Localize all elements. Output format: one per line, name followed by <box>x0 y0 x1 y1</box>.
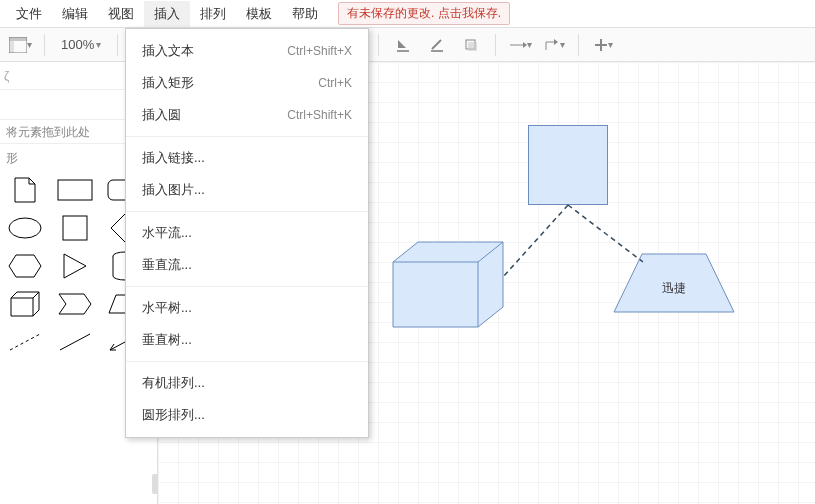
menu-insert[interactable]: 插入 <box>144 1 190 27</box>
dd-insert-text[interactable]: 插入文本Ctrl+Shift+X <box>126 35 368 67</box>
dd-horizontal-tree[interactable]: 水平树... <box>126 292 368 324</box>
dd-separator <box>126 286 368 287</box>
toolbar: ▾ 100%▾ ▾ ▾ ▾ <box>0 28 815 62</box>
dd-separator <box>126 211 368 212</box>
menu-file[interactable]: 文件 <box>6 1 52 27</box>
shape-hexagon[interactable] <box>4 251 46 281</box>
separator <box>578 34 579 56</box>
svg-rect-7 <box>58 180 92 200</box>
svg-rect-10 <box>63 216 87 240</box>
separator <box>378 34 379 56</box>
dd-insert-rect[interactable]: 插入矩形Ctrl+K <box>126 67 368 99</box>
shape-rect[interactable] <box>54 175 96 205</box>
shape-square[interactable] <box>54 213 96 243</box>
unsaved-notice[interactable]: 有未保存的更改. 点击我保存. <box>338 2 510 25</box>
svg-rect-2 <box>9 41 14 53</box>
menubar: 文件 编辑 视图 插入 排列 模板 帮助 有未保存的更改. 点击我保存. <box>0 0 815 28</box>
dd-separator <box>126 136 368 137</box>
menu-template[interactable]: 模板 <box>236 1 282 27</box>
dd-vertical-flow[interactable]: 垂直流... <box>126 249 368 281</box>
insert-dropdown: 插入文本Ctrl+Shift+X 插入矩形Ctrl+K 插入圆Ctrl+Shif… <box>125 28 369 438</box>
svg-point-9 <box>9 218 41 238</box>
dd-vertical-tree[interactable]: 垂直树... <box>126 324 368 356</box>
svg-rect-4 <box>431 50 443 52</box>
shape-triangle[interactable] <box>54 251 96 281</box>
waypoint-icon[interactable]: ▾ <box>540 32 568 58</box>
line-color-icon[interactable] <box>423 32 451 58</box>
fill-color-icon[interactable] <box>389 32 417 58</box>
dd-separator <box>126 361 368 362</box>
dd-horizontal-flow[interactable]: 水平流... <box>126 217 368 249</box>
layout-icon[interactable]: ▾ <box>6 32 34 58</box>
shape-line[interactable] <box>54 327 96 357</box>
separator <box>44 34 45 56</box>
menu-help[interactable]: 帮助 <box>282 1 328 27</box>
shape-dashline[interactable] <box>4 327 46 357</box>
shape-step[interactable] <box>54 289 96 319</box>
dd-insert-ellipse[interactable]: 插入圆Ctrl+Shift+K <box>126 99 368 131</box>
svg-rect-1 <box>9 37 27 41</box>
dd-organic-layout[interactable]: 有机排列... <box>126 367 368 399</box>
svg-rect-6 <box>468 42 477 51</box>
separator <box>117 34 118 56</box>
menu-arrange[interactable]: 排列 <box>190 1 236 27</box>
dd-insert-link[interactable]: 插入链接... <box>126 142 368 174</box>
menu-view[interactable]: 视图 <box>98 1 144 27</box>
svg-rect-3 <box>397 50 409 52</box>
separator <box>495 34 496 56</box>
dd-insert-image[interactable]: 插入图片... <box>126 174 368 206</box>
menu-edit[interactable]: 编辑 <box>52 1 98 27</box>
canvas-rectangle[interactable] <box>528 125 608 205</box>
zoom-select[interactable]: 100%▾ <box>55 37 107 52</box>
shape-cube[interactable] <box>4 289 46 319</box>
shape-ellipse[interactable] <box>4 213 46 243</box>
shadow-icon[interactable] <box>457 32 485 58</box>
canvas-connector-dashed[interactable] <box>488 197 668 307</box>
shape-page[interactable] <box>4 175 46 205</box>
connection-icon[interactable]: ▾ <box>506 32 534 58</box>
add-icon[interactable]: ▾ <box>589 32 617 58</box>
dd-circle-layout[interactable]: 圆形排列... <box>126 399 368 431</box>
main-area: ζ 将元素拖到此处 形 <box>0 62 815 504</box>
